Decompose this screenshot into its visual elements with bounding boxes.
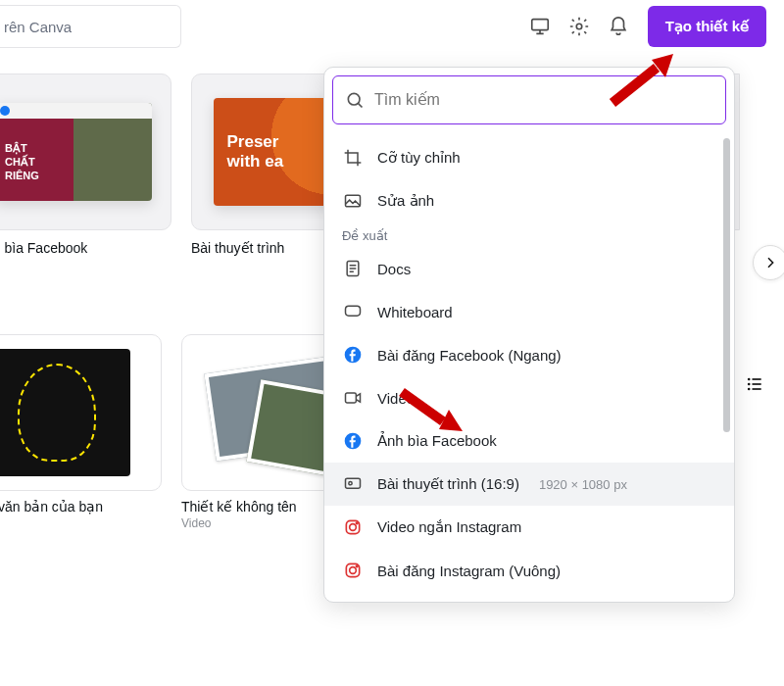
search-hint: rên Canva (4, 19, 72, 35)
svg-point-1 (576, 24, 582, 29)
svg-rect-11 (346, 306, 361, 316)
annotation-arrow-bottom (392, 382, 470, 441)
dd-docs[interactable]: Docs (324, 247, 734, 290)
desktop-icon[interactable] (520, 7, 560, 46)
svg-point-8 (348, 93, 360, 105)
recent-title: g đoạn văn bản của bạn (0, 499, 162, 514)
svg-line-23 (612, 68, 657, 103)
dd-label: Whiteboard (377, 304, 453, 320)
dd-label: Bài đăng Instagram (Vuông) (377, 563, 561, 579)
svg-rect-9 (346, 195, 361, 207)
bell-icon[interactable] (599, 7, 638, 46)
recent-thumb (0, 334, 162, 491)
svg-point-22 (356, 565, 358, 567)
facebook-icon (342, 430, 364, 452)
dd-dimensions: 1920 × 1080 px (539, 477, 627, 492)
card-label: Ảnh bìa Facebook (0, 240, 172, 256)
facebook-icon (342, 344, 364, 366)
search-icon (345, 90, 365, 110)
list-view-toggle[interactable] (739, 368, 770, 400)
dd-custom-size[interactable]: Cỡ tùy chỉnh (324, 136, 734, 179)
shelf-next-button[interactable] (753, 245, 784, 280)
dd-label: Sửa ảnh (377, 192, 434, 210)
global-search[interactable]: rên Canva (0, 5, 181, 48)
instagram-icon (342, 560, 364, 581)
svg-point-4 (748, 383, 751, 386)
photo-icon (342, 190, 364, 212)
video-icon (342, 387, 364, 409)
gear-icon[interactable] (560, 7, 599, 46)
docs-icon (342, 258, 364, 279)
dd-fb-cover[interactable]: Ảnh bìa Facebook (324, 419, 734, 463)
annotation-arrow-top (603, 54, 681, 113)
dropdown-scrollbar[interactable] (723, 138, 730, 533)
topbar: rên Canva Tạo thiết kế (0, 0, 784, 54)
svg-rect-7 (753, 388, 761, 390)
svg-rect-13 (346, 393, 357, 403)
instagram-icon (342, 516, 364, 538)
svg-rect-3 (753, 378, 761, 380)
svg-point-19 (356, 522, 358, 524)
svg-point-6 (748, 388, 751, 391)
dd-fb-post[interactable]: Bài đăng Facebook (Ngang) (324, 333, 734, 376)
dd-label: Cỡ tùy chỉnh (377, 149, 461, 167)
whiteboard-icon (342, 301, 364, 322)
dd-ig-post[interactable]: Bài đăng Instagram (Vuông) (324, 549, 734, 592)
svg-rect-15 (346, 478, 361, 488)
dd-presentation-169[interactable]: Bài thuyết trình (16:9) 1920 × 1080 px (324, 463, 734, 506)
svg-line-25 (402, 392, 443, 421)
svg-point-18 (350, 524, 357, 531)
dd-label: Video ngắn Instagram (377, 518, 521, 536)
svg-point-16 (349, 482, 352, 485)
dd-label: Docs (377, 261, 411, 277)
dd-section-heading: Đề xuất (324, 222, 734, 247)
dd-whiteboard[interactable]: Whiteboard (324, 290, 734, 333)
crop-icon (342, 147, 364, 169)
category-card-facebook-cover[interactable]: BẬT CHẤT RIÊNG Ảnh bìa Facebook (0, 74, 172, 256)
dd-edit-photo[interactable]: Sửa ảnh (324, 179, 734, 222)
svg-point-2 (748, 378, 751, 381)
recent-design-card[interactable]: g đoạn văn bản của bạn (0, 334, 162, 530)
svg-point-21 (350, 567, 357, 574)
dropdown-list: Cỡ tùy chỉnh Sửa ảnh Đề xuất Docs Whiteb… (324, 132, 734, 602)
svg-rect-5 (753, 383, 761, 385)
dd-video[interactable]: Video (324, 376, 734, 419)
create-design-button[interactable]: Tạo thiết kế (648, 6, 766, 47)
dd-label: Bài thuyết trình (16:9) (377, 475, 519, 493)
card-thumb: BẬT CHẤT RIÊNG (0, 74, 172, 230)
dd-ig-reel[interactable]: Video ngắn Instagram (324, 506, 734, 549)
fb-cover-art: BẬT CHẤT RIÊNG (0, 103, 152, 201)
presentation-icon (342, 473, 364, 495)
dd-label: Bài đăng Facebook (Ngang) (377, 347, 562, 364)
create-design-dropdown: Cỡ tùy chỉnh Sửa ảnh Đề xuất Docs Whiteb… (323, 67, 735, 603)
svg-rect-0 (531, 20, 548, 30)
